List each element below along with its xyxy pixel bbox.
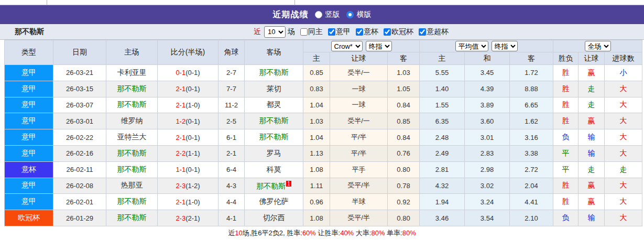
team-name: 那不勒斯: [15, 24, 44, 39]
handicap-line: 受半/一: [330, 113, 388, 129]
handicap-away-odds: 0.84: [388, 129, 420, 146]
handicap-away-odds: 0.84: [388, 97, 420, 113]
league-coppa-checkbox[interactable]: 意杯: [353, 27, 378, 37]
handicap-line: 平/半: [330, 129, 388, 146]
home-team: 那不勒斯: [106, 145, 158, 161]
euro-source-select[interactable]: 平均值: [455, 41, 488, 51]
radio-label-horizontal[interactable]: 横版: [357, 10, 372, 19]
super-box[interactable]: [419, 28, 426, 36]
table-row: 意甲26-03-15那不勒斯2-1(0-1)7-7莱切0.83一球1.051.4…: [5, 81, 642, 97]
serie-a-box[interactable]: [328, 28, 335, 36]
handicap-line: 平手: [330, 161, 388, 178]
score-cell: 1-2(0-1): [158, 113, 219, 129]
away-team: 科莫: [245, 161, 303, 178]
handicap-home-odds: 1.08: [303, 161, 330, 178]
asia-time-select[interactable]: 终指: [366, 41, 392, 51]
score-cell: 2-3(2-1): [158, 210, 219, 226]
result-cell: 负: [553, 129, 578, 146]
radio-label-vertical[interactable]: 竖版: [325, 10, 340, 19]
home-team: 维罗纳: [106, 113, 158, 129]
away-team: 都灵: [245, 97, 303, 113]
away-team: 那不勒斯1: [245, 178, 303, 194]
euro-draw-odds: 3.45: [465, 65, 510, 81]
goals-result-cell: 大: [605, 97, 642, 113]
games-label: 场: [288, 27, 295, 37]
bookmaker-select[interactable]: Crow*: [331, 41, 363, 51]
divider: [294, 0, 295, 5]
euro-draw-odds: 3.60: [465, 113, 510, 129]
home-team: 卡利亚里: [106, 65, 158, 81]
handicap-home-odds: 0.96: [303, 194, 330, 210]
radio-selected-icon[interactable]: [346, 11, 354, 18]
same-home-checkbox[interactable]: 同主: [297, 27, 323, 37]
fulltime-score: 2-3: [176, 182, 185, 190]
filter-bar: 那不勒斯 近 10 场 同主 意甲 意杯 欧冠杯 意超杯: [0, 24, 644, 40]
match-date: 26-01-29: [53, 210, 106, 226]
fulltime-score: 2-1: [176, 198, 185, 206]
match-date: 26-02-01: [53, 194, 106, 210]
euro-home-odds: 3.46: [420, 210, 465, 226]
corner-score: 2-1: [219, 145, 245, 161]
euro-home-odds: 4.32: [420, 178, 465, 194]
table-row: 意甲26-03-21卡利亚里0-1(0-1)2-7那不勒斯0.85受半/一1.0…: [5, 65, 642, 81]
goals-result-cell: 大: [605, 210, 642, 226]
ucl-box[interactable]: [384, 28, 391, 36]
filters: 近 10 场 同主 意甲 意杯 欧冠杯 意超杯: [254, 24, 449, 39]
league-serie-a-checkbox[interactable]: 意甲: [325, 27, 351, 37]
handicap-result-cell: 输: [578, 145, 605, 161]
halftime-score: (0-1): [185, 69, 200, 77]
coppa-box[interactable]: [356, 28, 363, 36]
home-team: 热那亚: [106, 178, 158, 194]
home-team: 那不勒斯: [106, 81, 158, 97]
fulltime-score: 2-2: [176, 149, 185, 157]
score-cell: 2-1(0-1): [158, 129, 219, 146]
euro-time-select[interactable]: 终指: [492, 41, 518, 51]
col-handicap: 让球: [578, 52, 605, 65]
handicap-home-odds: 1.08: [303, 210, 330, 226]
recent-count-select[interactable]: 10: [264, 26, 286, 38]
match-date: 26-03-01: [53, 113, 106, 129]
halftime-score: (1-1): [185, 149, 200, 157]
result-cell: 平: [553, 145, 578, 161]
near-label: 近: [254, 27, 261, 37]
handicap-home-odds: 1.13: [303, 145, 330, 161]
radio-unselected-icon[interactable]: [315, 11, 322, 18]
goals-result-cell: 走: [605, 161, 642, 178]
col-corner: 角球: [219, 40, 245, 65]
league-super-checkbox[interactable]: 意超杯: [416, 27, 449, 37]
halftime-score: (0-1): [185, 117, 200, 125]
layout-option-vertical[interactable]: 竖版: [315, 10, 340, 19]
goals-result-cell: 大: [605, 129, 642, 146]
league-type-badge: 意甲: [5, 97, 53, 113]
league-ucl-checkbox[interactable]: 欧冠杯: [380, 27, 413, 37]
euro-draw-odds: 3.02: [465, 178, 510, 194]
corner-score: 2-7: [219, 65, 245, 81]
divider: [47, 0, 47, 5]
euro-away-odds: 6.65: [510, 97, 553, 113]
match-date: 26-02-22: [53, 129, 106, 146]
result-cell: 胜: [553, 178, 578, 194]
handicap-home-odds: 0.83: [303, 81, 330, 97]
layout-option-horizontal[interactable]: 横版: [346, 10, 372, 19]
match-date: 26-02-08: [53, 178, 106, 194]
handicap-result-cell: 走: [578, 161, 605, 178]
scope-select-group: 全场: [553, 40, 642, 52]
result-cell: 胜: [553, 97, 578, 113]
league-type-badge: 欧冠杯: [5, 210, 53, 226]
fulltime-score: 1-2: [176, 117, 185, 125]
fulltime-score: 0-1: [176, 69, 185, 77]
col-asia-home: 主: [303, 52, 330, 65]
col-score: 比分(半场): [158, 40, 219, 65]
same-home-box[interactable]: [300, 28, 308, 36]
away-team: 那不勒斯: [245, 113, 303, 129]
league-type-badge: 意甲: [5, 129, 53, 146]
table-row: 意甲26-02-08热那亚2-3(1-2)4-3那不勒斯11.11受平/半0.7…: [5, 178, 642, 194]
score-cell: 2-1(1-0): [158, 97, 219, 113]
scope-select[interactable]: 全场: [585, 41, 611, 51]
away-team: 罗马: [245, 145, 303, 161]
table-row: 意甲26-02-22亚特兰大2-1(0-1)6-1那不勒斯1.04平/半0.84…: [5, 129, 642, 146]
score-cell: 2-2(1-1): [158, 145, 219, 161]
table-row: 意甲26-02-16那不勒斯2-2(1-1)2-1罗马1.13平/半0.762.…: [5, 145, 642, 161]
goals-result-cell: 大: [605, 194, 642, 210]
col-euro-away: 客: [510, 52, 553, 65]
